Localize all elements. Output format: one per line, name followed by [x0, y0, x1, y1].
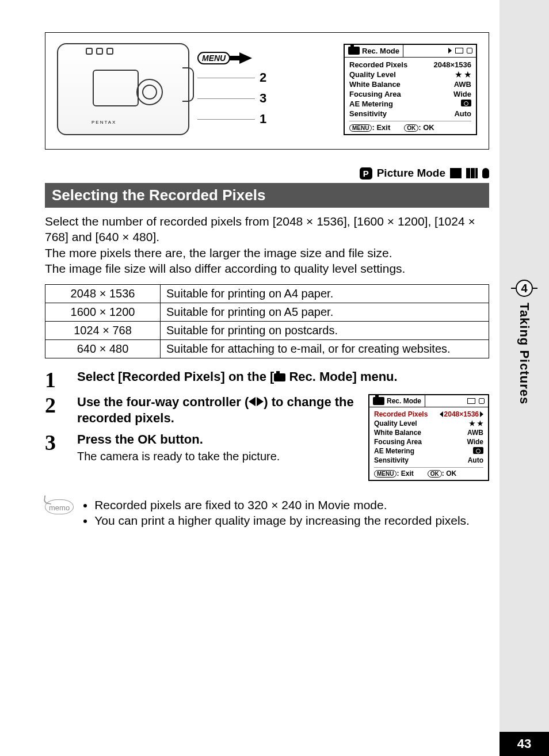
camera-brand: PENTAX — [92, 120, 116, 125]
lcd-tab-label: Rec. Mode — [362, 47, 399, 55]
setup-tab-icon — [467, 48, 472, 54]
play-tab-icon — [467, 398, 475, 404]
metering-icon — [473, 447, 483, 454]
triangle-right-icon — [480, 411, 483, 417]
memo-block: memo Recorded pixels are fixed to 320 × … — [45, 497, 489, 529]
step-3-title: Press the OK button. — [77, 432, 280, 448]
mode-icon-1 — [450, 168, 462, 178]
memo-item: Recorded pixels are fixed to 320 × 240 i… — [94, 497, 470, 513]
picture-mode-row: P Picture Mode — [45, 167, 489, 180]
triangle-left-icon — [440, 411, 443, 417]
page-number: 43 — [500, 732, 549, 756]
chapter-number-circle: 4 — [516, 280, 533, 297]
camera-icon — [373, 397, 384, 405]
pointer-1: 1 — [260, 112, 266, 127]
pointer-column: MENU 2 3 1 — [197, 52, 266, 127]
mode-label: Picture Mode — [377, 167, 445, 180]
intro-line-2: The more pixels there are, the larger th… — [45, 245, 489, 261]
pixel-table: 2048 × 1536Suitable for printing on A4 p… — [45, 284, 489, 358]
table-row: 1600 × 1200Suitable for printing on A5 p… — [45, 303, 489, 322]
step-1-title: Select [Recorded Pixels] on the [ Rec. M… — [77, 369, 489, 385]
memo-icon: memo — [45, 499, 74, 514]
pointer-3: 3 — [260, 91, 266, 106]
content: PENTAX MENU 2 3 1 Rec. Mode — [45, 32, 489, 529]
intro-line-1: Select the number of recorded pixels fro… — [45, 213, 489, 245]
pointer-2: 2 — [260, 70, 266, 85]
triangle-left-icon — [249, 397, 256, 406]
lcd-screen-step: Rec. Mode Recorded Pixels 2048×1536 — [368, 394, 489, 481]
chapter-number: 4 — [521, 282, 527, 295]
memo-item: You can print a higher quality image by … — [94, 513, 470, 528]
arrow-right-icon — [239, 52, 252, 64]
lcd-screen-main: Rec. Mode Recorded Pixels2048×1536 Quali… — [344, 44, 477, 135]
intro-text: Select the number of recorded pixels fro… — [45, 213, 489, 276]
camera-icon — [348, 47, 360, 55]
diagram-box: PENTAX MENU 2 3 1 Rec. Mode — [45, 32, 489, 150]
memo-list: Recorded pixels are fixed to 320 × 240 i… — [82, 497, 470, 529]
camera-icon — [274, 373, 285, 381]
menu-pill: MENU — [197, 52, 230, 64]
chapter-tab: 4 Taking Pictures — [500, 280, 549, 404]
diagram-left: PENTAX MENU 2 3 1 — [57, 43, 266, 135]
triangle-right-icon — [257, 397, 264, 406]
page: 4 Taking Pictures 43 PENTAX MENU 2 — [0, 0, 549, 756]
chevron-right-icon — [448, 48, 452, 54]
step-2-and-3: 2 Use the four-way controller () to chan… — [45, 394, 489, 481]
mode-icon-3 — [482, 168, 489, 178]
table-row: 2048 × 1536Suitable for printing on A4 p… — [45, 285, 489, 303]
step-3-desc: The camera is ready to take the picture. — [77, 450, 280, 463]
step-2-title: Use the four-way controller () to change… — [77, 394, 357, 426]
steps-list: 1 Select [Recorded Pixels] on the [ Rec.… — [45, 369, 489, 481]
setup-tab-icon — [479, 398, 485, 404]
intro-line-3: The image file size will also differ acc… — [45, 261, 489, 276]
table-row: 1024 × 768Suitable for printing on postc… — [45, 322, 489, 340]
camera-illustration: PENTAX — [57, 43, 189, 135]
mode-icon-2 — [466, 168, 478, 178]
play-tab-icon — [455, 48, 463, 54]
metering-icon — [461, 100, 471, 106]
mode-badge: P — [360, 167, 372, 180]
table-row: 640 × 480Suitable for attaching to e-mai… — [45, 340, 489, 358]
section-heading: Selecting the Recorded Pixels — [45, 183, 489, 208]
lcd-body-main: Recorded Pixels2048×1536 Quality Level★ … — [345, 58, 476, 134]
step-1: 1 Select [Recorded Pixels] on the [ Rec.… — [45, 369, 489, 391]
chapter-title: Taking Pictures — [517, 303, 532, 404]
